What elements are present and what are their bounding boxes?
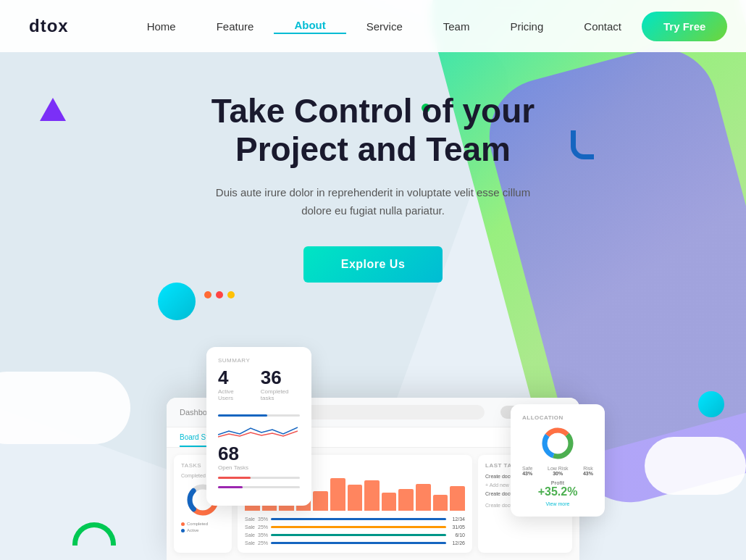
safe-label: Safe: [522, 466, 532, 471]
deco-circle-cyan-small: [698, 391, 724, 417]
stat-completed-label: Completed tasks: [261, 388, 300, 401]
explore-button[interactable]: Explore Us: [303, 246, 443, 283]
progress-bar-3: [218, 486, 300, 488]
alloc-safe: Safe 43%: [522, 466, 532, 476]
task-pct-2: 25%: [258, 525, 268, 530]
task-pct-3: 35%: [258, 532, 268, 538]
bar-5: [313, 491, 328, 511]
stat-active-users-label: Active Users: [218, 388, 248, 401]
view-more-link[interactable]: View more: [522, 501, 593, 506]
task-name-2: Sale: [245, 525, 255, 530]
hero-subtitle: Duis aute irure dolor in reprehenderit i…: [214, 183, 532, 220]
lowrisk-val: 30%: [553, 471, 563, 476]
task-name-4: Sale: [245, 540, 255, 546]
bg-cloud-left: [0, 372, 130, 444]
profit-section: Profit +35.2% View more: [522, 480, 593, 506]
task-row-3: Sale 35% 6/10: [245, 532, 465, 538]
bar-8: [364, 480, 380, 511]
alloc-stats-row: Safe 43% Low Risk 30% Risk 43%: [522, 466, 593, 476]
deco-circle-cyan-large: [158, 283, 196, 320]
task-val-1: 12/34: [449, 517, 465, 522]
task-bar-1: [271, 518, 446, 520]
stat-completed-val: 36: [261, 368, 300, 387]
nav-service[interactable]: Service: [346, 20, 423, 33]
task-pct-4: 25%: [258, 540, 268, 546]
stat-completed-tasks: 36 Completed tasks: [261, 368, 300, 407]
bar-7: [348, 485, 363, 511]
task-row-4: Sale 25% 12/26: [245, 540, 465, 546]
logo-text: dtox: [29, 16, 69, 35]
task-mini-item-1: Completed: [181, 522, 225, 526]
navbar: dtox Home Feature About Service Team Pri…: [0, 0, 746, 52]
bar-9: [382, 493, 397, 511]
stat-open-label: Open Tasks: [218, 464, 300, 471]
lowrisk-label: Low Risk: [548, 466, 568, 471]
hero-section: Take Control of your Project and Team Du…: [0, 52, 746, 283]
task-list-mini: Completed Active: [181, 522, 225, 532]
progress-bar-2: [218, 477, 300, 479]
stat-active-users: 4 Active Users: [218, 368, 248, 407]
task-bar-4: [271, 542, 446, 544]
fill-purple-1: [218, 486, 243, 488]
deco-dot-yellow: [227, 291, 235, 298]
bar-6: [330, 478, 345, 511]
deco-dot-orange: [204, 291, 211, 298]
nav-feature[interactable]: Feature: [196, 20, 274, 33]
task-row-2: Sale 25% 31/05: [245, 525, 465, 530]
risk-label: Risk: [583, 466, 593, 471]
bar-12: [433, 495, 448, 511]
task-bar-2: [271, 526, 446, 528]
floating-summary-card: SUMMARY 4 Active Users 36 Completed task…: [206, 347, 311, 506]
nav-pricing[interactable]: Pricing: [490, 20, 563, 33]
task-pct-1: 35%: [258, 517, 268, 522]
bar-10: [398, 489, 414, 511]
profit-val: +35.2%: [522, 485, 593, 498]
summary-label: SUMMARY: [218, 357, 300, 364]
stat-open-tasks: 68 Open Tasks: [218, 444, 300, 471]
task-mini-label-1: Completed: [187, 522, 208, 526]
hero-title: Take Control of your Project and Team: [0, 92, 746, 169]
nav-links: Home Feature About Service Team Pricing …: [127, 19, 642, 34]
nav-about[interactable]: About: [274, 19, 345, 34]
alloc-lowrisk: Low Risk 30%: [548, 466, 568, 476]
dot-orange: [181, 522, 185, 526]
hero-title-line2: Project and Team: [235, 130, 511, 168]
dot-blue: [181, 529, 185, 532]
task-row-1: Sale 35% 12/34: [245, 517, 465, 522]
alloc-donut-container: [522, 425, 593, 461]
task-val-4: 12/26: [449, 540, 465, 546]
dashboard-scene: SUMMARY 4 Active Users 36 Completed task…: [127, 398, 619, 560]
logo[interactable]: dtox: [29, 16, 69, 36]
try-free-button[interactable]: Try Free: [642, 12, 727, 41]
task-mini-label-2: Active: [187, 528, 198, 532]
bar-11: [416, 484, 431, 511]
fill-blue-1: [218, 414, 267, 417]
alloc-donut-svg: [540, 425, 576, 461]
nav-contact[interactable]: Contact: [563, 20, 642, 33]
task-bar-3: [271, 534, 446, 536]
stat-active-users-val: 4: [218, 368, 248, 387]
nav-team[interactable]: Team: [423, 20, 490, 33]
allocation-label: ALLOCATION: [522, 414, 593, 421]
fill-red-1: [218, 477, 251, 479]
task-val-3: 6/10: [449, 532, 465, 538]
hero-title-line1: Take Control of your: [211, 92, 535, 130]
mini-chart-1: [218, 424, 298, 438]
nav-home[interactable]: Home: [127, 20, 196, 33]
profit-label: Profit: [522, 480, 593, 485]
bg-cloud-right: [645, 437, 746, 495]
task-name-1: Sale: [245, 517, 255, 522]
task-val-2: 31/05: [449, 525, 465, 530]
safe-val: 43%: [522, 471, 532, 476]
deco-dot-red: [216, 291, 223, 298]
progress-bar-1: [218, 414, 300, 417]
stat-open-val: 68: [218, 444, 300, 463]
task-name-3: Sale: [245, 532, 255, 538]
floating-allocation-card: ALLOCATION Safe 43% Low Risk 30% Risk 43…: [511, 404, 605, 517]
bar-13: [450, 486, 465, 511]
task-mini-item-2: Active: [181, 528, 225, 532]
task-rows: Sale 35% 12/34 Sale 25% 31/05 Sale 35%: [245, 517, 465, 546]
alloc-risk: Risk 43%: [583, 466, 593, 476]
risk-val: 43%: [583, 471, 593, 476]
